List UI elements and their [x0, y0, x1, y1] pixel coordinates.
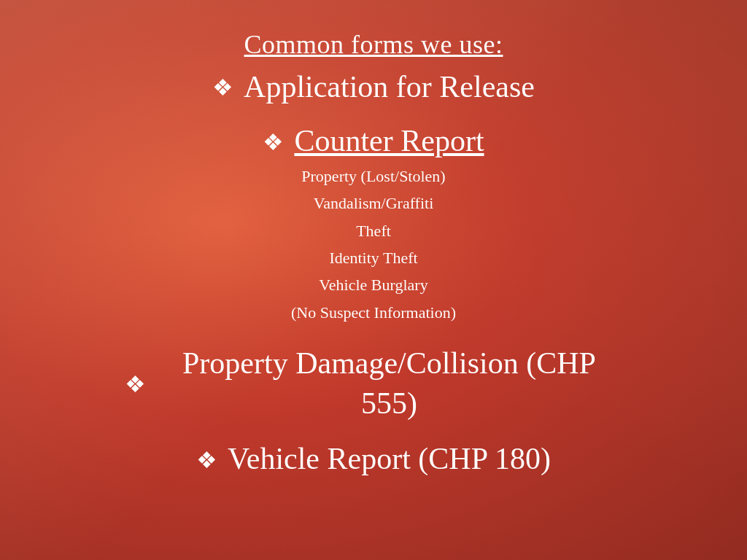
subitem-vandalism: Vandalism/Graffiti [58, 190, 689, 217]
subitem-identity-theft: Identity Theft [58, 244, 689, 271]
property-damage-text: Property Damage/Collision (CHP 555) [156, 343, 623, 423]
item-application-release: ❖ Application for Release [58, 69, 689, 105]
vehicle-report-text: Vehicle Report (CHP 180) [228, 440, 551, 477]
diamond-icon: ❖ [212, 74, 233, 101]
item-counter-report: ❖ Counter Report Property (Lost/Stolen) … [58, 122, 689, 326]
subitem-property: Property (Lost/Stolen) [58, 163, 689, 190]
item-property-damage: ❖ Property Damage/Collision (CHP 555) [58, 343, 689, 423]
slide-heading: Common forms we use: [58, 29, 689, 60]
diamond-icon: ❖ [263, 128, 284, 156]
diamond-icon: ❖ [196, 446, 217, 474]
counter-report-text: Counter Report [294, 122, 484, 159]
item-vehicle-report: ❖ Vehicle Report (CHP 180) [58, 440, 689, 477]
diamond-icon: ❖ [125, 370, 146, 398]
item-row: ❖ Counter Report [58, 122, 689, 159]
item-row: ❖ Application for Release [58, 69, 689, 105]
counter-report-sublist: Property (Lost/Stolen) Vandalism/Graffit… [58, 163, 689, 326]
slide: Common forms we use: ❖ Application for R… [0, 0, 747, 560]
subitem-theft: Theft [58, 217, 689, 244]
application-release-text: Application for Release [244, 69, 535, 105]
subitem-vehicle-burglary: Vehicle Burglary [58, 271, 689, 298]
item-row: ❖ Property Damage/Collision (CHP 555) [58, 343, 689, 423]
subitem-no-suspect: (No Suspect Information) [58, 299, 689, 326]
slide-content: Common forms we use: ❖ Application for R… [58, 29, 689, 495]
item-row: ❖ Vehicle Report (CHP 180) [58, 440, 689, 477]
